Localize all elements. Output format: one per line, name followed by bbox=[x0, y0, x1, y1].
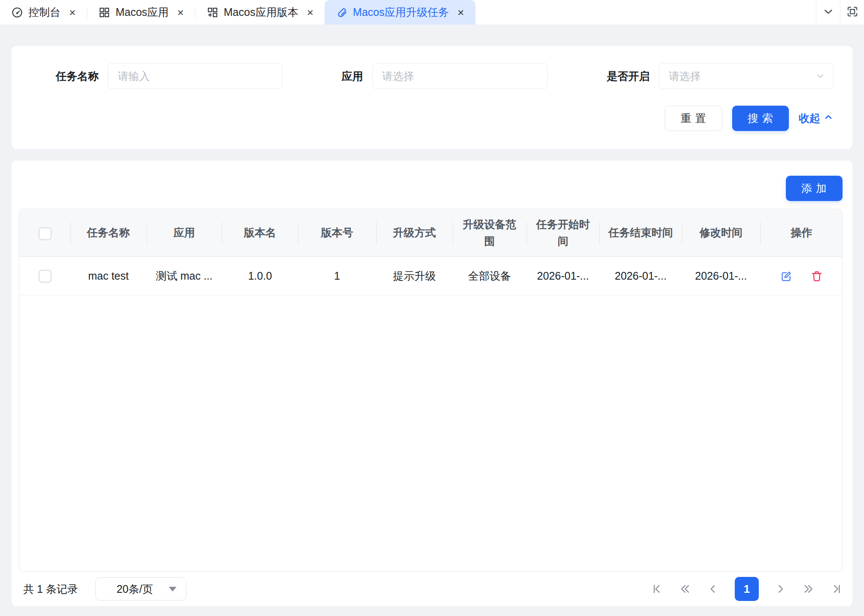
collapse-link[interactable]: 收起 bbox=[799, 111, 834, 125]
appstore-icon bbox=[98, 6, 110, 18]
app-label: 应用 bbox=[342, 69, 363, 83]
total-records-text: 共 1 条记录 bbox=[23, 582, 78, 596]
appstore-add-icon bbox=[207, 6, 219, 18]
data-table: 任务名称 应用 版本名 版本号 升级方式 升级设备范围 任务开始时间 任务结束时… bbox=[19, 209, 843, 572]
gauge-icon bbox=[11, 6, 23, 18]
edit-icon[interactable] bbox=[780, 270, 793, 283]
enabled-label: 是否开启 bbox=[607, 69, 650, 83]
column-header: 版本号 bbox=[298, 209, 376, 256]
page-size-select[interactable]: 20条/页 bbox=[95, 577, 186, 601]
field-task-name: 任务名称 bbox=[56, 63, 283, 89]
tab-label: 控制台 bbox=[28, 5, 61, 19]
column-header: 任务开始时间 bbox=[526, 209, 599, 256]
cell-end-time: 2026-01-... bbox=[599, 256, 682, 295]
pagination: 1 bbox=[651, 577, 843, 601]
cell-upgrade-mode: 提示升级 bbox=[376, 256, 453, 295]
field-app: 应用 bbox=[342, 63, 548, 89]
filter-panel: 任务名称 应用 是否开启 bbox=[12, 46, 852, 149]
task-name-label: 任务名称 bbox=[56, 69, 99, 83]
table-footer: 共 1 条记录 20条/页 bbox=[19, 572, 843, 606]
jump-next-icon[interactable] bbox=[803, 583, 815, 595]
reset-button[interactable]: 重 置 bbox=[665, 106, 722, 131]
column-header: 应用 bbox=[146, 209, 222, 256]
column-header: 修改时间 bbox=[682, 209, 760, 256]
search-button[interactable]: 搜 索 bbox=[732, 106, 789, 131]
table-header-row: 任务名称 应用 版本名 版本号 升级方式 升级设备范围 任务开始时间 任务结束时… bbox=[19, 209, 843, 256]
cell-task-name: mac test bbox=[70, 256, 146, 295]
tab-macos-app-version[interactable]: Macos应用版本 × bbox=[195, 0, 325, 24]
tab-macos-app[interactable]: Macos应用 × bbox=[87, 0, 195, 24]
next-page-icon[interactable] bbox=[775, 583, 787, 595]
table-row[interactable]: mac test 测试 mac ... 1.0.0 1 提示升级 全部设备 20… bbox=[19, 256, 843, 295]
tab-bar: 控制台 × Macos应用 × Macos应用版本 bbox=[0, 0, 864, 24]
column-header: 任务名称 bbox=[70, 209, 146, 256]
tab-label: Macos应用版本 bbox=[224, 5, 298, 19]
tabbar-controls bbox=[816, 0, 864, 24]
column-header: 操作 bbox=[760, 209, 843, 256]
tabs-dropdown-button[interactable] bbox=[816, 0, 840, 24]
cell-app: 测试 mac ... bbox=[146, 256, 222, 295]
close-icon[interactable]: × bbox=[69, 7, 76, 18]
caret-down-icon bbox=[169, 587, 176, 592]
column-header: 升级方式 bbox=[376, 209, 453, 256]
app-root: 控制台 × Macos应用 × Macos应用版本 bbox=[0, 0, 864, 616]
enabled-select[interactable] bbox=[659, 63, 834, 89]
tab-console[interactable]: 控制台 × bbox=[0, 0, 87, 24]
current-page-button[interactable]: 1 bbox=[735, 577, 759, 601]
last-page-icon[interactable] bbox=[831, 583, 843, 595]
close-icon[interactable]: × bbox=[177, 7, 184, 18]
cell-start-time: 2026-01-... bbox=[526, 256, 599, 295]
app-select-input[interactable] bbox=[372, 63, 548, 89]
first-page-icon[interactable] bbox=[651, 583, 663, 595]
close-icon[interactable]: × bbox=[457, 7, 464, 18]
fullscreen-button[interactable] bbox=[840, 0, 864, 24]
close-icon[interactable]: × bbox=[307, 7, 313, 18]
prev-page-icon[interactable] bbox=[707, 583, 719, 595]
cell-modified-time: 2026-01-... bbox=[682, 256, 760, 295]
trash-icon[interactable] bbox=[810, 270, 823, 283]
chevron-down-icon bbox=[822, 5, 835, 19]
row-checkbox[interactable] bbox=[39, 270, 52, 283]
column-header: 任务结束时间 bbox=[599, 209, 682, 256]
jump-prev-icon[interactable] bbox=[679, 583, 691, 595]
column-header: 版本名 bbox=[222, 209, 298, 256]
task-name-input[interactable] bbox=[108, 63, 283, 89]
header-checkbox-cell bbox=[19, 209, 70, 256]
tab-label: Macos应用升级任务 bbox=[353, 5, 449, 19]
add-button[interactable]: 添 加 bbox=[786, 176, 843, 201]
cell-version-code: 1 bbox=[298, 256, 376, 295]
select-all-checkbox[interactable] bbox=[39, 227, 52, 240]
paperclip-icon bbox=[336, 6, 348, 18]
chevron-up-icon bbox=[823, 112, 834, 125]
column-header: 升级设备范围 bbox=[453, 209, 526, 256]
page-content: 任务名称 应用 是否开启 bbox=[0, 24, 864, 616]
field-enabled: 是否开启 bbox=[607, 63, 834, 89]
table-panel: 添 加 任务名称 应用 版本名 版本号 bbox=[12, 161, 852, 606]
cell-version-name: 1.0.0 bbox=[222, 256, 298, 295]
tab-label: Macos应用 bbox=[116, 5, 169, 19]
expand-icon bbox=[846, 5, 859, 19]
cell-device-scope: 全部设备 bbox=[453, 256, 526, 295]
tab-macos-upgrade-task[interactable]: Macos应用升级任务 × bbox=[325, 0, 475, 24]
